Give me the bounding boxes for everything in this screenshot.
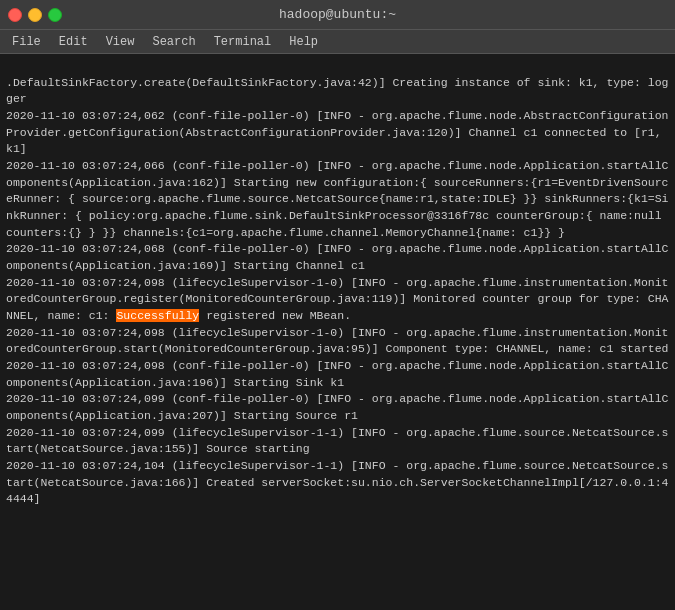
- terminal-line: 2020-11-10 03:07:24,068 (conf-file-polle…: [6, 241, 669, 274]
- title-bar: hadoop@ubuntu:~: [0, 0, 675, 30]
- terminal-body: .DefaultSinkFactory.create(DefaultSinkFa…: [0, 54, 675, 610]
- menu-bar: File Edit View Search Terminal Help: [0, 30, 675, 54]
- terminal-line: 2020-11-10 03:07:24,098 (conf-file-polle…: [6, 358, 669, 391]
- menu-file[interactable]: File: [4, 33, 49, 51]
- terminal-line: 2020-11-10 03:07:24,104 (lifecycleSuperv…: [6, 458, 669, 508]
- terminal-line: 2020-11-10 03:07:24,099 (lifecycleSuperv…: [6, 425, 669, 458]
- menu-help[interactable]: Help: [281, 33, 326, 51]
- terminal-line: 2020-11-10 03:07:24,098 (lifecycleSuperv…: [6, 275, 669, 325]
- highlight-text: Successfully: [116, 309, 199, 322]
- terminal-line: 2020-11-10 03:07:24,098 (lifecycleSuperv…: [6, 325, 669, 358]
- menu-edit[interactable]: Edit: [51, 33, 96, 51]
- terminal-line: 2020-11-10 03:07:24,099 (conf-file-polle…: [6, 391, 669, 424]
- window-title: hadoop@ubuntu:~: [279, 7, 396, 22]
- menu-search[interactable]: Search: [144, 33, 203, 51]
- terminal-line: .DefaultSinkFactory.create(DefaultSinkFa…: [6, 75, 669, 108]
- window-controls[interactable]: [8, 8, 62, 22]
- menu-view[interactable]: View: [98, 33, 143, 51]
- menu-terminal[interactable]: Terminal: [206, 33, 280, 51]
- terminal-line: 2020-11-10 03:07:24,062 (conf-file-polle…: [6, 108, 669, 158]
- maximize-button[interactable]: [48, 8, 62, 22]
- close-button[interactable]: [8, 8, 22, 22]
- minimize-button[interactable]: [28, 8, 42, 22]
- terminal-line: 2020-11-10 03:07:24,066 (conf-file-polle…: [6, 158, 669, 241]
